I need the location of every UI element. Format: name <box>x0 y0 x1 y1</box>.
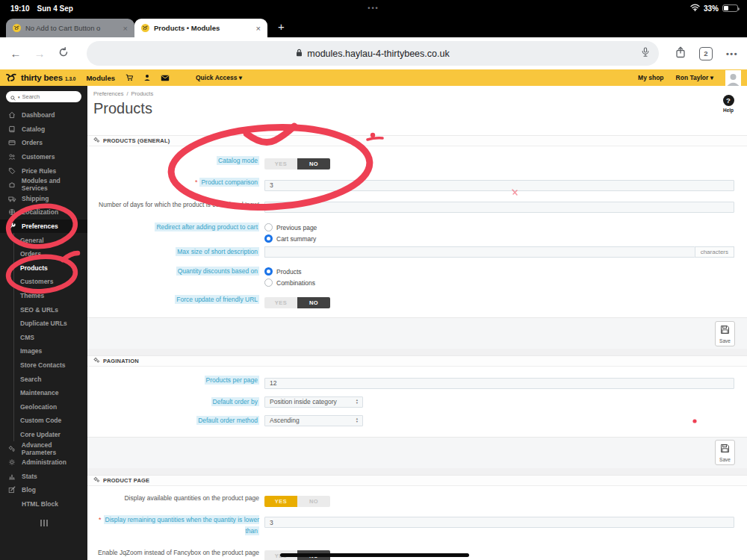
globe-icon <box>7 208 16 216</box>
sidebar-item-shipping[interactable]: Shipping <box>0 192 87 206</box>
sidebar-item-price-rules[interactable]: Price Rules <box>0 164 87 178</box>
multitask-dots-icon: ••• <box>0 4 747 12</box>
radio-products[interactable]: Products <box>264 266 734 277</box>
product-comparison-input[interactable] <box>264 180 734 191</box>
submenu-item-images[interactable]: Images <box>14 344 87 358</box>
radio-icon[interactable] <box>264 267 273 276</box>
tag-icon <box>7 167 16 175</box>
avatar[interactable] <box>725 70 741 86</box>
share-icon[interactable] <box>675 46 686 61</box>
field-max-short-description: Max size of short description characters <box>93 246 734 258</box>
my-shop-link[interactable]: My shop <box>638 74 663 81</box>
submenu-item-customers[interactable]: Customers <box>14 275 87 289</box>
pen-icon <box>7 486 16 494</box>
submenu-item-orders[interactable]: Orders <box>14 247 87 261</box>
field-catalog-mode: Catalog mode YESNO <box>93 155 734 169</box>
browser-menu-icon[interactable]: ••• <box>726 49 738 58</box>
mic-icon[interactable] <box>641 47 650 60</box>
sidebar-item-catalog[interactable]: Catalog <box>0 122 87 137</box>
lock-icon <box>296 49 303 59</box>
caret-down-icon: ▾ <box>710 74 713 81</box>
new-tab-button[interactable]: + <box>278 20 285 33</box>
close-tab-icon[interactable]: × <box>123 24 128 33</box>
submenu-item-duplicate-urls[interactable]: Duplicate URLs <box>14 317 87 331</box>
submenu-item-core-updater[interactable]: Core Updater <box>14 428 87 442</box>
reload-icon[interactable] <box>57 47 70 60</box>
customer-icon[interactable] <box>143 74 151 81</box>
sidebar-item-administration[interactable]: Administration <box>0 455 87 470</box>
sidebar-item-customers[interactable]: Customers <box>0 150 87 164</box>
help-button[interactable]: ? Help <box>716 95 741 113</box>
submenu-item-cms[interactable]: CMS <box>14 331 87 345</box>
sidebar-item-advanced-parameters[interactable]: Advanced Parameters <box>0 441 87 455</box>
radio-combinations[interactable]: Combinations <box>264 277 734 288</box>
radio-cart-summary[interactable]: Cart summary <box>264 233 734 244</box>
save-button[interactable]: Save <box>715 321 735 346</box>
submenu-item-geolocation[interactable]: Geolocation <box>14 399 87 414</box>
floppy-icon <box>720 443 730 456</box>
submenu-item-maintenance[interactable]: Maintenance <box>14 386 87 400</box>
browser-tab-active[interactable]: Products • Modules × <box>134 19 267 37</box>
sidebar-collapse-handle[interactable] <box>0 520 87 526</box>
submenu-item-themes[interactable]: Themes <box>14 289 87 303</box>
url-field[interactable]: modules.haylau-4-thirtybees.co.uk <box>87 41 659 66</box>
order-method-select[interactable]: Ascending ▴▾ <box>264 415 363 426</box>
products-per-page-input[interactable] <box>264 378 734 389</box>
sidebar-item-preferences[interactable]: Preferences <box>0 220 87 234</box>
search-input[interactable] <box>22 93 66 100</box>
admin-section-label[interactable]: Modules <box>86 74 115 82</box>
friendly-url-toggle[interactable]: YESNO <box>264 297 330 308</box>
preferences-submenu: General Orders Products Customers Themes… <box>13 233 87 441</box>
caret-down-icon: ▾ <box>18 95 20 99</box>
radio-icon[interactable] <box>264 223 273 231</box>
save-button[interactable]: Save <box>715 440 735 465</box>
panel-pagination: PAGINATION Products per page Default ord… <box>87 355 747 468</box>
back-icon[interactable]: ← <box>9 47 22 60</box>
select-arrows-icon: ▴▾ <box>356 417 358 423</box>
sidebar-item-html-block[interactable]: HTML Block <box>0 497 87 511</box>
days-new-input[interactable] <box>264 202 734 213</box>
close-tab-icon[interactable]: × <box>256 24 261 33</box>
tab-title: No Add to Cart Button o <box>25 24 119 32</box>
sidebar-item-blog[interactable]: Blog <box>0 483 87 497</box>
tab-switcher-button[interactable]: 2 <box>699 47 713 60</box>
sidebar-item-modules[interactable]: Modules and Services <box>0 178 87 192</box>
user-menu[interactable]: Ron Taylor ▾ <box>676 74 713 81</box>
submenu-item-seo-urls[interactable]: SEO & URLs <box>14 302 87 317</box>
cogs-icon <box>7 445 16 452</box>
submenu-item-search[interactable]: Search <box>14 372 87 386</box>
home-indicator[interactable] <box>280 553 469 557</box>
submenu-item-store-contacts[interactable]: Store Contacts <box>14 358 87 373</box>
submenu-item-general[interactable]: General <box>14 233 87 247</box>
sidebar-search[interactable]: ▾ <box>6 91 81 102</box>
max-short-description-input[interactable] <box>264 246 695 258</box>
cart-icon[interactable] <box>125 74 134 81</box>
book-icon <box>7 125 16 133</box>
field-display-available-qty: Display available quantities on the prod… <box>93 493 734 507</box>
cogs-icon <box>93 476 100 485</box>
submenu-item-products[interactable]: Products <box>14 261 87 276</box>
battery-icon <box>722 4 738 12</box>
quick-access-menu[interactable]: Quick Access ▾ <box>196 74 242 81</box>
radio-previous-page[interactable]: Previous page <box>264 222 734 233</box>
display-qty-toggle[interactable]: YESNO <box>264 496 330 507</box>
catalog-mode-toggle[interactable]: YESNO <box>264 158 330 169</box>
sidebar-item-stats[interactable]: Stats <box>0 469 87 483</box>
search-icon <box>10 90 16 104</box>
order-by-select[interactable]: Position inside category ▴▾ <box>264 396 363 408</box>
ipad-screen: 19:10 Sun 4 Sep ••• 33% No Add to Cart B… <box>0 0 747 560</box>
mail-icon[interactable] <box>161 75 170 81</box>
forward-icon[interactable]: → <box>33 47 46 60</box>
sidebar-item-orders[interactable]: Orders <box>0 136 87 150</box>
thirtybees-favicon-icon <box>141 24 149 32</box>
page-title: Products <box>87 97 747 119</box>
thirtybees-logo <box>6 73 17 82</box>
submenu-item-custom-code[interactable]: Custom Code <box>14 414 87 428</box>
sidebar-item-dashboard[interactable]: Dashboard <box>0 108 87 122</box>
main-content: Preferences/Products Products ? Help PRO… <box>87 86 747 560</box>
radio-icon[interactable] <box>264 234 273 243</box>
sidebar-item-localization[interactable]: Localization <box>0 205 87 220</box>
browser-tab-inactive[interactable]: No Add to Cart Button o × <box>6 19 134 37</box>
radio-icon[interactable] <box>264 279 273 287</box>
remaining-qty-input[interactable] <box>264 517 734 528</box>
